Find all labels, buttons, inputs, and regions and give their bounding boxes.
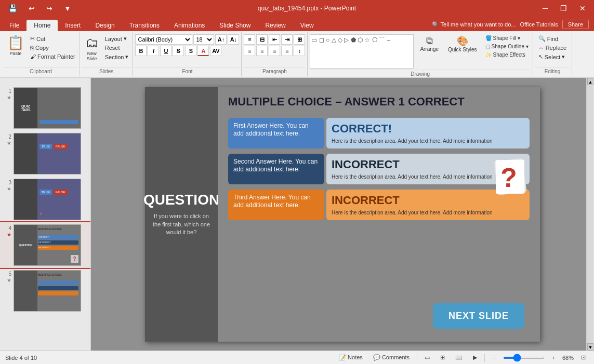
tab-design[interactable]: Design: [88, 20, 122, 31]
drawing-tools: ⧉ Arrange: [417, 34, 442, 53]
increase-indent-button[interactable]: ⇥: [281, 34, 293, 45]
layout-button[interactable]: Layout ▾: [103, 34, 131, 43]
slide-thumb-2[interactable]: 2 ★ TRUE FALSE: [0, 131, 90, 177]
find-button[interactable]: 🔍 Find: [535, 34, 570, 43]
editing-buttons: 🔍 Find ↔ Replace ↖ Select ▾: [535, 34, 570, 61]
customize-button[interactable]: ▼: [60, 3, 75, 14]
shape-effects-button[interactable]: ✨ Shape Effects: [483, 51, 531, 59]
bookmark-icon-4: ★: [7, 232, 11, 237]
tab-view[interactable]: View: [293, 20, 321, 31]
char-spacing-button[interactable]: AV: [210, 46, 221, 56]
select-button[interactable]: ↖ Select ▾: [535, 52, 570, 61]
scroll-up-button[interactable]: ▲: [587, 78, 593, 85]
justify-button[interactable]: ≡: [281, 46, 293, 56]
cut-button[interactable]: ✂Cut: [28, 34, 77, 43]
italic-button[interactable]: I: [148, 46, 159, 56]
tab-slideshow[interactable]: Slide Show: [212, 20, 258, 31]
shadow-button[interactable]: S: [185, 46, 196, 56]
reading-view-button[interactable]: 📖: [452, 353, 466, 362]
title-bar-right: ─ ❐ ✕: [538, 3, 590, 14]
fit-to-window-button[interactable]: ⊡: [578, 353, 589, 362]
tab-transitions[interactable]: Transitions: [122, 20, 167, 31]
slide-thumb-1[interactable]: 1 ★ QUIZTABS: [0, 85, 90, 131]
title-bar: 💾 ↩ ↪ ▼ quiz_tabs_19454.pptx - PowerPoin…: [0, 0, 594, 17]
columns-button[interactable]: ⊞: [294, 34, 305, 45]
save-button[interactable]: 💾: [4, 3, 21, 14]
scroll-track[interactable]: [587, 85, 593, 343]
align-right-button[interactable]: ≡: [269, 46, 280, 56]
decrease-indent-button[interactable]: ⇤: [269, 34, 280, 45]
minimize-button[interactable]: ─: [538, 3, 552, 14]
new-slide-button[interactable]: 🗂 NewSlide: [82, 34, 102, 62]
divider2: [484, 354, 485, 362]
slide-thumb-4[interactable]: 4 ★ QUESTION MULTIPLE CHOICE CORRECT! IN…: [0, 222, 90, 268]
search-bar[interactable]: 🔍 Tell me what you want to do...: [432, 21, 516, 28]
slide-sorter-button[interactable]: ⊞: [437, 353, 448, 362]
zoom-out-button[interactable]: −: [489, 354, 498, 362]
comments-button[interactable]: 💬 Comments: [370, 353, 413, 362]
slideshow-button[interactable]: ▶: [470, 353, 480, 362]
strikethrough-button[interactable]: S: [173, 46, 184, 56]
tab-animations[interactable]: Animations: [167, 20, 212, 31]
answer-box-1[interactable]: First Answer Here. You can add additiona…: [228, 118, 324, 149]
shape-palette: ▭ ◻ ○ △ ◇ ▷ ⬟ ⬡ ☆ ⎔ ⌒ ⌣: [310, 34, 414, 69]
font-size-select[interactable]: 18: [193, 34, 214, 45]
shape-fill-button[interactable]: 🪣 Shape Fill ▾: [483, 34, 531, 42]
svg-text:?: ?: [500, 163, 517, 193]
canvas-area: ▲ ▼ QUESTION If you were to click on the…: [91, 78, 594, 350]
share-button[interactable]: Share: [562, 20, 589, 29]
align-center-button[interactable]: ≡: [256, 46, 268, 56]
format-painter-button[interactable]: 🖌Format Painter: [28, 52, 77, 61]
underline-button[interactable]: U: [160, 46, 171, 56]
answer-row-1: First Answer Here. You can add additiona…: [228, 118, 530, 149]
slide-thumb-5[interactable]: 5 ★ MULTIPLE CHOICE: [0, 268, 90, 314]
main-area: 1 ★ QUIZTABS 2 ★: [0, 78, 594, 350]
vertical-scrollbar[interactable]: ▲ ▼: [586, 78, 594, 350]
title-bar-left: 💾 ↩ ↪ ▼: [4, 3, 75, 14]
bold-button[interactable]: B: [135, 46, 147, 56]
tab-file[interactable]: File: [2, 20, 27, 31]
align-left-button[interactable]: ≡: [244, 46, 255, 56]
section-button[interactable]: Section ▾: [103, 52, 131, 61]
font-color-button[interactable]: A: [197, 46, 209, 56]
copy-button[interactable]: ⎘Copy: [28, 44, 77, 52]
numbering-button[interactable]: ⊟: [256, 34, 268, 45]
result-box-1: CORRECT! Here is the description area. A…: [326, 118, 530, 149]
tab-insert[interactable]: Insert: [58, 20, 88, 31]
select-icon: ↖: [538, 53, 543, 60]
restore-button[interactable]: ❐: [556, 3, 571, 14]
tab-home[interactable]: Home: [27, 20, 58, 31]
font-family-select[interactable]: Calibri (Body): [135, 34, 192, 45]
ribbon-tab-bar: File Home Insert Design Transitions Anim…: [0, 17, 594, 31]
close-button[interactable]: ✕: [575, 3, 590, 14]
font-group: Calibri (Body) 18 A↑ A↓ B I U S S A AV: [133, 32, 242, 76]
answer-box-3[interactable]: Third Answer Here. You can add additiona…: [228, 190, 324, 220]
answer-text-2: Second Answer Here. You can add addition…: [233, 158, 318, 173]
reset-button[interactable]: Reset: [103, 44, 131, 52]
slide-thumb-3[interactable]: 3 ★ TRUE FALSE ✗: [0, 177, 90, 222]
paste-button[interactable]: 📋 Paste: [4, 34, 27, 57]
slide-num-5: 5: [3, 270, 11, 277]
undo-button[interactable]: ↩: [24, 3, 39, 14]
shape-outline-button[interactable]: ⬚ Shape Outline ▾: [483, 43, 531, 50]
zoom-in-button[interactable]: +: [549, 354, 558, 362]
next-slide-button[interactable]: NEXT SLIDE: [433, 303, 524, 329]
tab-review[interactable]: Review: [258, 20, 293, 31]
ribbon: 📋 Paste ✂Cut ⎘Copy 🖌Format Painter Clipb…: [0, 31, 594, 78]
arrange-button[interactable]: ⧉ Arrange: [417, 34, 442, 53]
scroll-down-button[interactable]: ▼: [587, 343, 593, 350]
increase-font-button[interactable]: A↑: [215, 34, 227, 45]
answer-text-3: Third Answer Here. You can add additiona…: [233, 194, 311, 209]
line-spacing-button[interactable]: ↕: [294, 46, 305, 56]
bullets-button[interactable]: ≡: [244, 34, 255, 45]
normal-view-button[interactable]: ▭: [421, 353, 433, 362]
answer-box-2[interactable]: Second Answer Here. You can add addition…: [228, 154, 324, 184]
redo-button[interactable]: ↪: [42, 3, 57, 14]
notes-button[interactable]: 📝 Notes: [336, 353, 366, 362]
replace-button[interactable]: ↔ Replace: [535, 44, 570, 52]
paragraph-controls: ≡ ⊟ ⇤ ⇥ ⊞ ≡ ≡ ≡ ≡ ↕: [244, 33, 305, 66]
decrease-font-button[interactable]: A↓: [228, 34, 239, 45]
office-tutorials[interactable]: Office Tutorials: [520, 21, 558, 28]
quick-styles-button[interactable]: 🎨 Quick Styles: [445, 34, 480, 53]
zoom-slider[interactable]: [503, 357, 545, 359]
